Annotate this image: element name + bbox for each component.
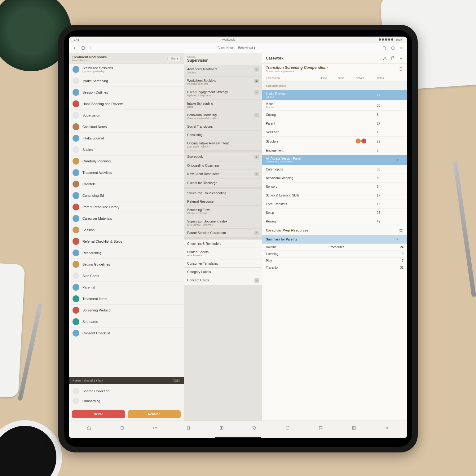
table-row[interactable]: Skills Set 16 (262, 128, 407, 137)
table-row[interactable]: Local Transfers 13 (262, 200, 407, 209)
bookmark-icon[interactable] (399, 67, 403, 72)
tab-folder-icon[interactable] (152, 425, 159, 431)
section-item[interactable]: Check-ins & Reminders (184, 240, 262, 248)
section-item[interactable]: Consulting (184, 131, 262, 139)
summary-a: Routine (266, 245, 328, 249)
tab-settings-icon[interactable] (384, 425, 390, 431)
section-item[interactable]: Client Engagement StrategyUpdated 2 days… (184, 88, 262, 99)
table-row[interactable]: Sensory 9 (262, 183, 407, 191)
user-icon[interactable] (382, 56, 387, 61)
tab-label-icon[interactable] (251, 425, 258, 431)
section-item[interactable]: Intake SchedulingDraft (184, 99, 262, 111)
rename-button[interactable]: Rename (128, 410, 181, 418)
table-row[interactable]: Setup 26 (262, 209, 407, 217)
section-item[interactable]: Structured Troubleshooting (184, 189, 262, 197)
sidebar-item[interactable]: Referral Checklist & Steps (69, 236, 184, 247)
sidebar-item[interactable]: Scales (69, 144, 184, 156)
table-row[interactable]: Parent 27 (262, 119, 407, 128)
toolbar-count: 1 (89, 46, 91, 50)
table-row[interactable]: Intake ReviewWeek 1 12 (262, 90, 407, 100)
sidebar-item[interactable]: Continuing Ed (69, 190, 184, 201)
section-item[interactable]: Social Transitions (184, 122, 262, 131)
table-row[interactable]: Behavioral Mapping 50 (262, 174, 407, 183)
search-icon[interactable] (382, 46, 387, 51)
section-item[interactable]: Clients for Discharge (184, 179, 262, 187)
section-item[interactable]: Parent Session Curriculum5 (184, 229, 262, 238)
sidebar-item[interactable]: Screening Protocol (69, 305, 184, 316)
sidebar-item-label: Structured Sessions (82, 66, 113, 70)
star-icon[interactable] (399, 228, 403, 233)
delete-button[interactable]: Delete (72, 410, 125, 418)
section-item[interactable]: Scorebook7 (184, 152, 262, 161)
sidebar-item[interactable]: Standards (69, 316, 184, 328)
section-item[interactable]: Worksheet BookletsPrintable resource▣ (184, 77, 262, 88)
sidebar-item[interactable]: Habit Shaping and Review (69, 98, 184, 110)
section-item[interactable]: Onboarding Coaching (184, 161, 262, 170)
sidebar-item[interactable]: Intake Screening (69, 75, 184, 87)
sidebar-item[interactable]: Caregiver Materials (69, 213, 184, 224)
summary-row[interactable]: Listening19 (262, 251, 407, 258)
section-item[interactable]: Printed SheetsAttachments (184, 248, 262, 259)
table-row[interactable]: Review 42 (262, 217, 407, 226)
table-row[interactable]: Carer Inputs 33 (262, 165, 407, 174)
sidebar-item[interactable]: Supervision (69, 110, 184, 121)
breadcrumb-2[interactable]: Behavioral ▾ (238, 46, 255, 50)
table-row[interactable]: Engagement 5 (262, 146, 407, 155)
table-row[interactable]: VisualCue set 30 (262, 100, 407, 111)
summary-row[interactable]: Play7 (262, 258, 407, 264)
table-row[interactable]: School & Learning Skills 17 (262, 191, 407, 200)
sidebar-item[interactable]: Consent Checklist (69, 328, 184, 339)
sidebar-item[interactable]: Session Outlines (69, 87, 184, 98)
more-icon[interactable] (399, 46, 404, 51)
home-indicator[interactable] (215, 437, 261, 438)
tab-doc-icon[interactable] (185, 425, 192, 431)
summary-row[interactable]: Transition31 (262, 264, 407, 271)
tab-home-icon[interactable] (86, 425, 92, 431)
sidebar-item[interactable]: Treatment Items (69, 293, 184, 305)
sidebar-item[interactable]: Intake Journal (69, 133, 184, 144)
sidebar-item[interactable]: Session (69, 224, 184, 236)
breadcrumb-1[interactable]: Client Notes (218, 46, 234, 50)
sidebar-item[interactable]: Shared Collection (69, 386, 184, 396)
group-d-header[interactable]: Summary for Parents (262, 235, 407, 244)
section-item[interactable]: Original Intake Review IntentLast week ·… (184, 139, 262, 151)
sidebar-item[interactable]: Structured SessionsUpdated yesterday (69, 64, 184, 75)
tab-shield-icon[interactable] (284, 425, 291, 431)
sidebar-item[interactable]: Side Chats (69, 270, 184, 282)
tab-chat-icon[interactable] (317, 425, 324, 431)
sidebar-item[interactable]: Caseload Notes (69, 121, 184, 133)
section-item[interactable]: Screening FlowCluster schedule (184, 206, 262, 217)
sidebar-dark-footer[interactable]: Recent · Shared & Inbox 12 (69, 377, 184, 384)
section-item[interactable]: Behavioral ModelingCompanion to ABA guid… (184, 111, 262, 122)
tab-book-icon[interactable] (350, 425, 357, 431)
section-item[interactable]: Referral Resource (184, 197, 262, 206)
pin-icon[interactable] (399, 56, 403, 61)
detail-subtitle: Transition Screening Compendium (266, 65, 328, 70)
sidebar-item[interactable]: Onboarding (69, 396, 184, 406)
sidebar-item[interactable]: Treatment Activities (69, 167, 184, 178)
notebook-icon[interactable] (81, 46, 86, 51)
tab-notes-icon[interactable] (119, 425, 126, 431)
table-row[interactable]: Structure 29 (262, 137, 407, 146)
table-row[interactable]: Coping 8 (262, 111, 407, 119)
sidebar-item[interactable]: Parental (69, 282, 184, 293)
section-item[interactable]: Consumer Templates (184, 259, 262, 268)
flag-icon[interactable] (390, 56, 395, 61)
section-item[interactable]: Advanced Treatment3 notes3 (184, 65, 262, 77)
group-b-header[interactable]: All-Access Session PanelShared with pare… (262, 155, 407, 165)
tab-grid-icon[interactable] (218, 425, 225, 431)
sidebar-item[interactable]: Setting Guidelines (69, 259, 184, 270)
summary-row[interactable]: RoutineProcedures24 (262, 244, 407, 251)
filter-pill[interactable]: Filter ▾ (167, 56, 181, 61)
section-item[interactable]: Category Labels (184, 268, 262, 276)
back-icon[interactable] (72, 46, 77, 51)
sidebar-item[interactable]: Clientele (69, 178, 184, 190)
section-item[interactable]: Supervisor Document IndexShared with rev… (184, 217, 262, 229)
share-icon[interactable] (390, 46, 395, 51)
summary-c: 7 (391, 259, 403, 262)
sidebar-item[interactable]: Researching (69, 247, 184, 259)
section-item[interactable]: New Client Resources1 (184, 170, 262, 179)
section-item[interactable]: Concept Cards1 (184, 276, 262, 285)
sidebar-item[interactable]: Parent Resource Library (69, 201, 184, 213)
sidebar-item[interactable]: Quarterly Planning (69, 156, 184, 167)
